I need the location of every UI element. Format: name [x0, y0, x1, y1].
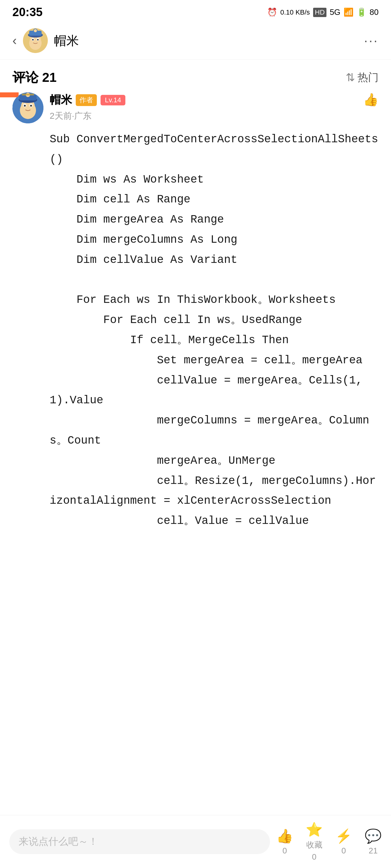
user-info: 帽米 作者 Lv.14 2天前·广东 [50, 92, 357, 122]
status-time: 20:35 [12, 6, 43, 19]
thumb-up-icon: 👍 [363, 92, 379, 107]
back-button[interactable]: ‹ [12, 33, 17, 48]
comment-count: 21 [369, 846, 378, 856]
comment-card: 置顶 帽米 作者 [0, 92, 391, 540]
svg-point-5 [32, 39, 34, 41]
star-icon: ⭐ [306, 822, 323, 838]
svg-rect-20 [22, 94, 34, 95]
author-badge: 作者 [76, 94, 97, 106]
like-action[interactable]: 👍 0 [276, 828, 293, 856]
comment-icon: 💬 [365, 828, 382, 844]
comment-header: 帽米 作者 Lv.14 2天前·广东 👍 [12, 92, 379, 123]
status-icons: ⏰ 0.10 KB/s HD 5G 📶 🔋 80 [267, 7, 379, 17]
comment-content: Sub ConvertMergedToCenterAcrossSelection… [12, 130, 379, 531]
like-icon: 👍 [276, 828, 293, 844]
hot-filter[interactable]: ⇅ 热门 [346, 70, 379, 85]
like-count: 0 [282, 846, 287, 856]
wifi-icon: 📶 [343, 7, 354, 17]
nav-avatar [23, 28, 48, 53]
user-meta: 2天前·广东 [50, 110, 357, 122]
status-bar: 20:35 ⏰ 0.10 KB/s HD 5G 📶 🔋 80 [0, 0, 391, 22]
like-button[interactable]: 👍 [363, 92, 379, 107]
boost-icon: ⚡ [335, 828, 352, 844]
bottom-actions: 👍 0 ⭐ 收藏 0 ⚡ 0 💬 21 [276, 822, 382, 862]
favorite-action[interactable]: ⭐ 收藏 0 [306, 822, 323, 862]
user-name: 帽米 [50, 92, 72, 107]
favorite-count: 0 [312, 852, 316, 862]
section-header: 评论 21 ⇅ 热门 [0, 60, 391, 92]
svg-point-6 [37, 39, 39, 41]
comment-input[interactable]: 来说点什么吧～！ [9, 829, 270, 854]
nav-username: 帽米 [54, 32, 79, 49]
user-name-row: 帽米 作者 Lv.14 [50, 92, 357, 107]
level-badge: Lv.14 [101, 95, 125, 105]
boost-count: 0 [341, 846, 346, 856]
sort-icon: ⇅ [346, 71, 355, 84]
nav-bar: ‹ 帽米 ··· [0, 22, 391, 60]
boost-action[interactable]: ⚡ 0 [335, 828, 352, 856]
svg-point-15 [24, 105, 26, 106]
favorite-label: 收藏 [306, 839, 323, 850]
hot-label: 热门 [358, 70, 379, 85]
svg-point-16 [30, 105, 32, 106]
battery-icon: 🔋 [357, 7, 366, 17]
battery-level: 80 [370, 7, 379, 17]
comment-action[interactable]: 💬 21 [365, 828, 382, 856]
svg-point-9 [33, 29, 37, 33]
alarm-icon: ⏰ [267, 7, 277, 17]
more-button[interactable]: ··· [364, 33, 379, 48]
section-title: 评论 21 [12, 69, 56, 86]
pin-tag: 置顶 [0, 92, 19, 97]
network-label: 5G [330, 7, 340, 17]
speed-label: 0.10 KB/s [280, 8, 310, 17]
bottom-bar: 来说点什么吧～！ 👍 0 ⭐ 收藏 0 ⚡ 0 💬 21 [0, 815, 391, 868]
hd-label: HD [313, 8, 327, 17]
nav-left: ‹ 帽米 [12, 28, 79, 53]
